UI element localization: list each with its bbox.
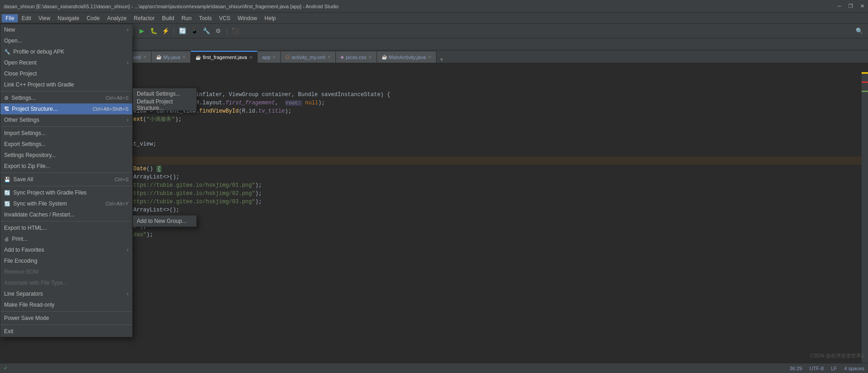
menu-item-export-settings[interactable]: Export Settings... xyxy=(0,139,132,150)
menu-code[interactable]: Code xyxy=(83,14,103,22)
menu-window[interactable]: Window xyxy=(234,14,261,22)
menu-item-other-settings[interactable]: Other Settings › xyxy=(0,114,132,125)
line-col-indicator: 36:29 xyxy=(789,366,802,371)
menu-item-exit[interactable]: Exit xyxy=(0,326,132,337)
file-encoding-label: File Encoding xyxy=(4,258,38,264)
toolbar-sep4 xyxy=(226,27,227,35)
sep1 xyxy=(0,91,132,92)
menu-item-open[interactable]: Open... xyxy=(0,35,132,46)
menu-edit[interactable]: Edit xyxy=(18,14,35,22)
menu-item-new[interactable]: New › xyxy=(0,24,132,35)
toolbar-profile[interactable]: ⚡ xyxy=(161,26,171,36)
print-icon: 🖨 xyxy=(4,236,9,242)
tab-picss[interactable]: ◈ picss.css ✕ xyxy=(336,51,377,63)
sep5 xyxy=(0,221,132,222)
menu-item-sync-gradle[interactable]: 🔄 Sync Project with Gradle Files xyxy=(0,187,132,198)
sync-fs-label: Sync with File System xyxy=(13,200,67,207)
add-favorites-submenu: Add to New Group... xyxy=(133,215,197,227)
submenu-other-2[interactable]: Default Project Structure... xyxy=(133,99,196,110)
other-settings-submenu: Default Settings... Default Project Stru… xyxy=(133,88,197,111)
menu-item-close-project[interactable]: Close Project xyxy=(0,68,132,79)
export-zip-label: Export to Zip File... xyxy=(4,163,50,169)
tab-mainactivity[interactable]: ☕ MainActivity.java ✕ xyxy=(377,51,437,63)
sep2 xyxy=(0,126,132,127)
menu-item-profile-apk[interactable]: 🔧 Profile or debug APK xyxy=(0,46,132,57)
other-settings-label: Other Settings xyxy=(4,117,39,123)
menu-file[interactable]: File xyxy=(2,14,18,22)
menu-item-power-save[interactable]: Power Save Mode xyxy=(0,313,132,324)
tab-first-fragement[interactable]: ☕ first_fragement.java ✕ xyxy=(191,51,258,63)
menu-item-save-all[interactable]: 💾 Save All Ctrl+S xyxy=(0,174,132,185)
tab-myjava[interactable]: ☕ My.java ✕ xyxy=(151,51,191,63)
menu-item-settings-repo[interactable]: Settings Repository... xyxy=(0,150,132,161)
open-label: Open... xyxy=(4,38,22,44)
toolbar-avd[interactable]: 📱 xyxy=(189,26,199,36)
menu-item-print[interactable]: 🖨 Print... xyxy=(0,233,132,244)
new-label: New xyxy=(4,27,15,33)
toolbar-sep3 xyxy=(174,27,174,35)
print-label: Print... xyxy=(12,236,28,242)
gutter-marker-1 xyxy=(862,72,868,74)
submenu-fav-1[interactable]: Add to New Group... xyxy=(133,216,196,227)
menu-bar: File Edit View Navigate Code Analyze Ref… xyxy=(0,13,868,24)
minimize-btn[interactable]: ─ xyxy=(837,3,841,9)
menu-item-line-sep[interactable]: Line Separators › xyxy=(0,288,132,299)
menu-item-add-favorites[interactable]: Add to Favorites › xyxy=(0,244,132,255)
remove-bom-label: Remove BOM xyxy=(4,269,38,275)
settings-repo-label: Settings Repository... xyxy=(4,152,56,158)
add-favorites-label: Add to Favorites xyxy=(4,247,44,253)
sync-gradle-label: Sync Project with Gradle Files xyxy=(13,189,86,196)
toolbar-stop[interactable]: ⬛ xyxy=(230,26,240,36)
open-recent-label: Open Recent xyxy=(4,59,37,66)
close-btn[interactable]: ✕ xyxy=(860,3,864,9)
menu-item-file-encoding[interactable]: File Encoding xyxy=(0,255,132,266)
menu-help[interactable]: Help xyxy=(261,14,280,22)
close-project-label: Close Project xyxy=(4,70,37,77)
sep6 xyxy=(0,311,132,312)
toolbar-debug[interactable]: 🐛 xyxy=(149,26,159,36)
toolbar-sdk[interactable]: 🔧 xyxy=(201,26,211,36)
menu-navigate[interactable]: Navigate xyxy=(54,14,83,22)
maximize-btn[interactable]: ❐ xyxy=(848,3,853,9)
menu-item-sync-fs[interactable]: 🔃 Sync with File System Ctrl+Alt+Y xyxy=(0,198,132,209)
menu-view[interactable]: View xyxy=(35,14,54,22)
invalidate-label: Invalidate Caches / Restart... xyxy=(4,211,75,218)
submenu-other-1[interactable]: Default Settings... xyxy=(133,88,196,99)
tab-activity-my[interactable]: ⬡ activity_my.xml ✕ xyxy=(281,51,336,63)
menu-run[interactable]: Run xyxy=(178,14,195,22)
menu-vcs[interactable]: VCS xyxy=(216,14,234,22)
title-text: dasan_shixun [E:\dasan_xia\android\5.11\… xyxy=(4,4,339,9)
tab-app[interactable]: app ✕ xyxy=(258,51,281,63)
toolbar-settings[interactable]: ⚙ xyxy=(213,26,223,36)
menu-tools[interactable]: Tools xyxy=(195,14,216,22)
associate-file-label: Associate with File Type... xyxy=(4,280,68,286)
gutter-marker-2 xyxy=(862,81,868,83)
toolbar-search[interactable]: 🔍 xyxy=(854,26,864,36)
file-menu: New › Open... 🔧 Profile or debug APK Ope… xyxy=(0,24,133,337)
menu-item-export-html[interactable]: Export to HTML... xyxy=(0,222,132,233)
menu-refactor[interactable]: Refactor xyxy=(130,14,158,22)
sync-fs-icon: 🔃 xyxy=(4,201,11,207)
sep7 xyxy=(0,324,132,325)
import-settings-label: Import Settings... xyxy=(4,130,46,136)
tabs-overflow[interactable]: ▾ xyxy=(438,56,445,63)
menu-item-import-settings[interactable]: Import Settings... xyxy=(0,128,132,139)
menu-analyze[interactable]: Analyze xyxy=(103,14,130,22)
menu-item-link-cpp[interactable]: Link C++ Project with Gradle xyxy=(0,79,132,90)
menu-item-open-recent[interactable]: Open Recent › xyxy=(0,57,132,68)
menu-item-invalidate[interactable]: Invalidate Caches / Restart... xyxy=(0,209,132,220)
title-bar: dasan_shixun [E:\dasan_xia\android\5.11\… xyxy=(0,0,868,13)
right-gutter xyxy=(862,63,868,373)
menu-item-make-readonly[interactable]: Make File Read-only xyxy=(0,299,132,310)
sync-gradle-icon: 🔄 xyxy=(4,190,11,196)
toolbar-sync[interactable]: 🔄 xyxy=(178,26,188,36)
link-cpp-label: Link C++ Project with Gradle xyxy=(4,81,74,88)
make-readonly-label: Make File Read-only xyxy=(4,302,54,308)
sep4 xyxy=(0,186,132,186)
menu-item-settings[interactable]: ⚙ Settings... Ctrl+Alt+S xyxy=(0,92,132,103)
toolbar-run[interactable]: ▶ xyxy=(137,26,147,36)
menu-item-export-zip[interactable]: Export to Zip File... xyxy=(0,161,132,172)
menu-item-project-structure[interactable]: 🏗 Project Structure... Ctrl+Alt+Shift+S xyxy=(0,103,132,114)
project-structure-label: Project Structure... xyxy=(12,106,57,112)
menu-build[interactable]: Build xyxy=(158,14,178,22)
